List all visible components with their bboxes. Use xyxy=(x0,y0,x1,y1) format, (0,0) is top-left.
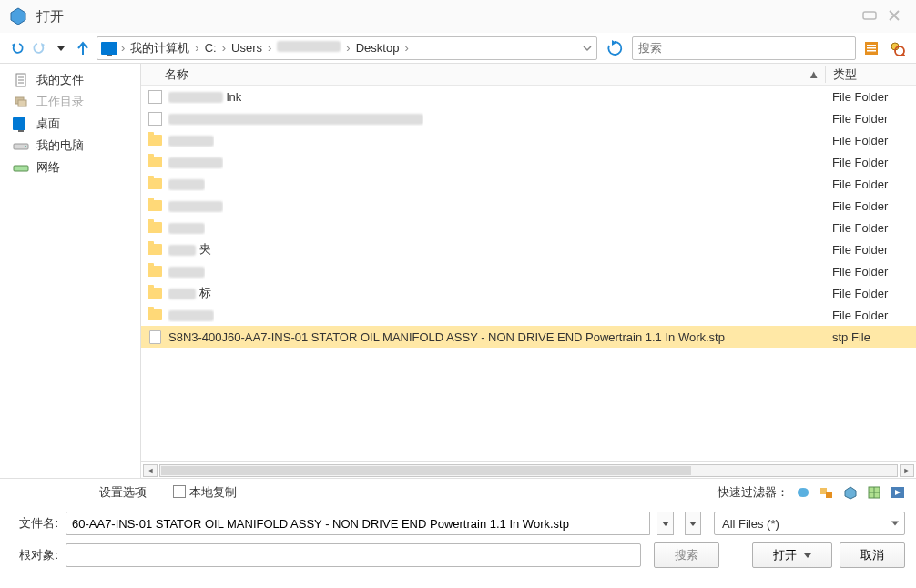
open-button[interactable]: 打开 xyxy=(752,542,832,568)
file-type: File Folder xyxy=(825,243,916,257)
view-list-icon[interactable] xyxy=(861,38,881,58)
file-row[interactable]: 夹File Folder xyxy=(141,238,916,260)
file-name xyxy=(168,134,214,147)
file-row[interactable]: File Folder xyxy=(141,304,916,326)
filter-draft-icon[interactable] xyxy=(865,484,883,501)
file-type: File Folder xyxy=(825,112,916,126)
app-icon xyxy=(9,7,27,25)
file-row[interactable]: S8N3-400J60-AA7-INS-01 STATOR OIL MANIFO… xyxy=(141,326,916,348)
svg-marker-31 xyxy=(689,522,697,526)
shortcut-icon xyxy=(147,89,163,104)
window-title: 打开 xyxy=(36,8,856,25)
file-type: File Folder xyxy=(825,90,916,104)
svg-rect-23 xyxy=(826,492,832,498)
filename-browse-dropdown[interactable] xyxy=(685,512,701,535)
filter-assembly-icon[interactable] xyxy=(818,484,836,501)
filename-input[interactable] xyxy=(66,512,650,535)
file-name xyxy=(168,199,223,213)
undo-icon[interactable] xyxy=(9,40,25,56)
breadcrumb-segment[interactable] xyxy=(271,41,346,55)
redo-icon[interactable] xyxy=(31,40,47,56)
sidebar-item-working-dir[interactable]: 工作目录 xyxy=(0,91,140,113)
file-name xyxy=(168,309,214,322)
chevron-down-icon[interactable] xyxy=(582,43,593,54)
file-type: File Folder xyxy=(825,134,916,147)
file-type: File Folder xyxy=(825,199,916,213)
search-field[interactable] xyxy=(638,41,850,55)
search-assembly-icon[interactable] xyxy=(887,38,907,58)
file-row[interactable]: File Folder xyxy=(141,173,916,195)
file-type: File Folder xyxy=(825,221,916,235)
svg-marker-0 xyxy=(11,8,25,25)
sidebar-item-network[interactable]: 网络 xyxy=(0,157,140,178)
file-row[interactable]: File Folder xyxy=(141,151,916,173)
cancel-button[interactable]: 取消 xyxy=(840,542,905,568)
file-type: File Folder xyxy=(825,265,916,279)
svg-rect-18 xyxy=(18,100,26,106)
stack-icon xyxy=(13,95,29,109)
folder-icon xyxy=(147,286,163,300)
file-row[interactable]: File Folder xyxy=(141,260,916,282)
file-row[interactable]: File Folder xyxy=(141,217,916,238)
minimize-icon[interactable] xyxy=(861,9,881,24)
local-copy-checkbox[interactable]: 本地复制 xyxy=(173,484,237,501)
file-type-filter[interactable]: All Files (*) xyxy=(714,512,905,535)
svg-marker-5 xyxy=(612,40,616,46)
breadcrumb-segment[interactable]: Users xyxy=(226,41,268,55)
dropdown-icon[interactable] xyxy=(53,40,69,56)
file-icon xyxy=(147,329,163,344)
filter-model-icon[interactable] xyxy=(841,484,860,501)
column-type[interactable]: 类型 xyxy=(825,66,916,83)
filter-all-icon[interactable] xyxy=(889,484,907,501)
sidebar-item-label: 桌面 xyxy=(36,116,60,132)
filter-part-icon[interactable] xyxy=(794,484,812,501)
folder-icon xyxy=(147,177,163,191)
svg-rect-7 xyxy=(867,45,876,46)
document-icon xyxy=(13,73,29,87)
file-row[interactable]: File Folder xyxy=(141,129,916,151)
file-row[interactable]: File Folder xyxy=(141,195,916,217)
monitor-icon xyxy=(101,42,117,55)
monitor-icon xyxy=(13,117,29,131)
breadcrumb-segment[interactable]: 我的计算机 xyxy=(125,40,195,56)
breadcrumb[interactable]: › 我的计算机 › C: › Users › › Desktop › xyxy=(97,36,597,60)
search-input[interactable] xyxy=(632,36,856,60)
scroll-right-button[interactable]: ► xyxy=(900,464,914,477)
sidebar-item-label: 我的文件 xyxy=(36,72,84,88)
file-type: stp File xyxy=(825,330,916,344)
network-icon xyxy=(13,160,29,175)
sidebar-item-my-computer[interactable]: 我的电脑 xyxy=(0,135,140,157)
up-folder-icon[interactable] xyxy=(75,40,91,56)
sidebar-item-my-documents[interactable]: 我的文件 xyxy=(0,69,140,91)
svg-marker-24 xyxy=(845,487,856,499)
column-headers[interactable]: 名称▲ 类型 xyxy=(141,64,916,86)
search-button[interactable]: 搜索 xyxy=(654,542,719,568)
drive-icon xyxy=(13,138,29,153)
file-row[interactable]: lnkFile Folder xyxy=(141,86,916,107)
column-name[interactable]: 名称▲ xyxy=(141,66,825,83)
root-object-input[interactable] xyxy=(66,543,641,567)
sidebar-item-desktop[interactable]: 桌面 xyxy=(0,113,140,135)
svg-marker-4 xyxy=(57,46,65,51)
file-row[interactable]: File Folder xyxy=(141,107,916,129)
settings-button[interactable]: 设置选项 xyxy=(86,482,160,503)
folder-icon xyxy=(147,264,163,279)
scroll-left-button[interactable]: ◄ xyxy=(143,464,158,477)
filename-history-dropdown[interactable] xyxy=(657,512,674,535)
file-name xyxy=(168,177,205,191)
sidebar-item-label: 我的电脑 xyxy=(36,137,84,154)
file-name xyxy=(168,265,205,279)
file-row[interactable]: 标File Folder xyxy=(141,282,916,304)
scroll-track[interactable] xyxy=(159,464,898,477)
file-list[interactable]: lnkFile FolderFile FolderFile FolderFile… xyxy=(141,86,916,461)
horizontal-scrollbar[interactable]: ◄ ► xyxy=(141,461,916,478)
quick-filter-label: 快速过滤器： xyxy=(718,484,789,501)
breadcrumb-segment[interactable]: Desktop xyxy=(351,41,405,55)
refresh-icon[interactable] xyxy=(603,36,626,60)
breadcrumb-segment[interactable]: C: xyxy=(199,41,222,55)
svg-rect-9 xyxy=(867,50,876,52)
scroll-thumb[interactable] xyxy=(161,466,691,475)
close-icon[interactable] xyxy=(887,9,907,24)
folder-icon xyxy=(147,242,163,257)
svg-rect-22 xyxy=(820,488,827,494)
